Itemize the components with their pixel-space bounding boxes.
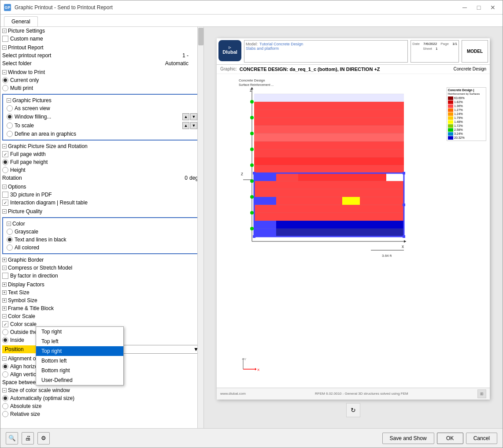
close-button[interactable]: ✕ (487, 3, 499, 12)
section-printout-report: − Printout Report (0, 44, 203, 52)
svg-point-61 (250, 195, 254, 199)
collapse-printout-report[interactable]: − (2, 45, 7, 50)
collapse-window-to-print[interactable]: − (2, 70, 7, 74)
preview-logo: ▷ Dlubal (218, 40, 241, 61)
dropdown-item-userdefined[interactable]: User-Defined (36, 375, 123, 385)
current-only-radio[interactable] (2, 77, 8, 83)
tool-button-1[interactable]: 🔍 (6, 432, 18, 444)
dropdown-item-topright2[interactable]: Top right (36, 346, 123, 356)
collapse-color-scale[interactable]: − (2, 314, 7, 318)
arrow-down-btn2[interactable]: ▼ (190, 122, 197, 129)
all-colored-radio[interactable] (7, 244, 13, 251)
svg-rect-20 (254, 189, 404, 197)
as-screen-radio[interactable] (7, 105, 13, 111)
symbol-size-label: Symbol Size (8, 297, 37, 304)
align-vert-radio[interactable] (2, 371, 8, 378)
full-page-height-row: Full page height (0, 158, 203, 166)
color-label: Color (12, 221, 25, 227)
expand-symbol-size[interactable]: + (2, 298, 7, 303)
text-lines-black-label: Text and lines in black (15, 237, 66, 243)
select-folder-label: Select folder (2, 60, 165, 67)
arrow-up-btn2[interactable]: ▲ (182, 122, 189, 129)
svg-point-56 (250, 116, 254, 119)
full-page-height-radio[interactable] (2, 159, 8, 165)
collapse-picture-settings[interactable]: − (2, 29, 7, 33)
select-report-label: Select printout report (2, 52, 182, 59)
relative-size-radio[interactable] (2, 411, 8, 417)
svg-rect-27 (254, 221, 276, 229)
collapse-compress-stretch[interactable]: − (2, 266, 7, 270)
footer-software: RFEM 6.02.0010 - General 3D structures s… (315, 392, 408, 396)
svg-marker-69 (255, 368, 256, 370)
svg-rect-24 (360, 197, 404, 205)
collapse-graphic-size[interactable]: − (2, 144, 7, 148)
size-row: − Size of color scale window (0, 386, 203, 394)
dropdown-item-topleft[interactable]: Top left (36, 337, 123, 346)
dropdown-item-bottomleft[interactable]: Bottom left (36, 356, 123, 366)
outside-radio[interactable] (2, 329, 8, 335)
tool-button-3[interactable]: ⚙ (37, 432, 50, 444)
expand-graphic-border[interactable]: + (2, 258, 7, 262)
preview-header: ▷ Dlubal Model: Tutorial Concrete Design… (217, 38, 490, 65)
window-to-print-label: Window to Print (8, 69, 45, 75)
collapse-graphic-pictures[interactable]: − (7, 98, 11, 103)
maximize-button[interactable]: □ (473, 3, 485, 12)
svg-rect-26 (254, 213, 404, 221)
expand-display-factors[interactable]: + (2, 282, 7, 287)
ok-button[interactable]: OK (437, 433, 463, 444)
svg-rect-15 (254, 165, 404, 173)
define-area-radio[interactable] (7, 131, 13, 137)
color-scale-checkbox[interactable] (2, 321, 8, 327)
footer-url: www.dlubal.com (220, 392, 246, 396)
dropdown-item-topright1[interactable]: Top right (36, 327, 123, 337)
collapse-picture-quality[interactable]: − (2, 209, 7, 214)
minimize-button[interactable]: ─ (459, 3, 471, 12)
svg-point-62 (250, 211, 254, 215)
scrollbar-thumb[interactable] (198, 28, 203, 45)
select-folder-row: Select folder Automatic (0, 59, 203, 67)
window-filling-radio[interactable] (7, 114, 13, 120)
auto-size-radio[interactable] (2, 395, 8, 401)
preview-date: 7/6/2022 (423, 42, 437, 46)
grayscale-radio[interactable] (7, 229, 13, 235)
full-page-width-checkbox[interactable] (2, 151, 8, 157)
tab-general[interactable]: General (4, 16, 38, 26)
rotation-value: 0 (185, 175, 188, 181)
section-picture-settings: − Picture Settings (0, 27, 203, 35)
align-horiz-radio[interactable] (2, 363, 8, 370)
collapse-color[interactable]: − (7, 222, 11, 226)
inside-radio[interactable] (2, 337, 8, 343)
pdf-3d-checkbox[interactable] (2, 192, 8, 198)
cancel-button[interactable]: Cancel (466, 433, 497, 444)
collapse-options[interactable]: − (2, 185, 7, 189)
preview-model: Tutorial Concrete Design (259, 42, 303, 46)
collapse-alignment[interactable]: − (2, 356, 7, 361)
preview-document: ▷ Dlubal Model: Tutorial Concrete Design… (217, 38, 490, 400)
text-lines-black-radio[interactable] (7, 237, 13, 243)
interaction-checkbox[interactable] (2, 200, 8, 206)
save-show-button[interactable]: Save and Show (382, 433, 434, 444)
arrow-down-btn[interactable]: ▼ (190, 113, 197, 120)
tool-button-2[interactable]: 🖨 (22, 432, 34, 444)
as-screen-row: As screen view (5, 104, 199, 112)
graphic-pictures-section: − Graphic Pictures As screen view Window… (2, 94, 202, 141)
define-area-label: Define an area in graphics (15, 131, 76, 137)
arrow-up-btn[interactable]: ▲ (182, 113, 189, 120)
multi-print-radio[interactable] (2, 85, 8, 91)
bottom-left-tools: 🔍 🖨 ⚙ (6, 432, 50, 444)
section-text-size: + Text Size (0, 289, 203, 296)
refresh-button[interactable]: ↻ (346, 403, 360, 417)
dropdown-item-bottomright[interactable]: Bottom right (36, 366, 123, 375)
expand-text-size[interactable]: + (2, 290, 7, 295)
custom-name-checkbox[interactable] (2, 36, 8, 42)
scrollbar[interactable] (197, 27, 203, 428)
color-legend: Concrete Design | Reinforcement by Surfa… (447, 87, 486, 141)
collapse-size[interactable]: − (2, 388, 7, 392)
expand-frame-title[interactable]: + (2, 306, 7, 311)
height-radio[interactable] (2, 167, 8, 173)
custom-name-label: Custom name (10, 36, 43, 42)
absolute-size-radio[interactable] (2, 403, 8, 409)
define-area-row: Define an area in graphics (5, 130, 199, 138)
by-factor-checkbox[interactable] (2, 273, 8, 279)
to-scale-radio[interactable] (7, 122, 13, 129)
